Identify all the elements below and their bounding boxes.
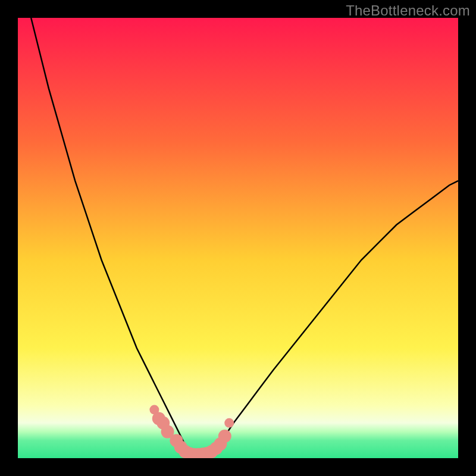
chart-frame: TheBottleneck.com [0,0,476,476]
bottleneck-curve-chart [18,18,458,458]
data-marker [224,418,234,428]
data-marker [218,430,231,443]
plot-area [18,18,458,458]
watermark-text: TheBottleneck.com [346,2,470,19]
gradient-background [18,18,458,458]
